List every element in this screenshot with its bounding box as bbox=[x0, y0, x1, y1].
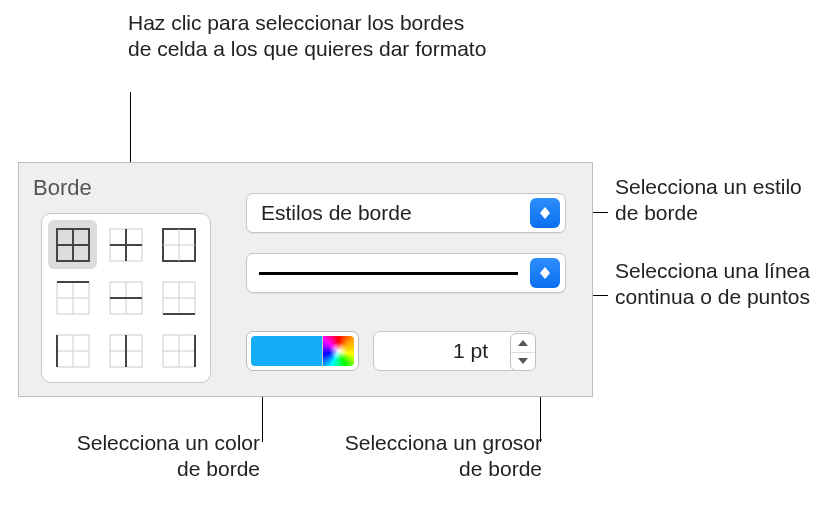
color-swatch bbox=[251, 336, 322, 366]
callout-border-style: Selecciona un estilo de borde bbox=[615, 174, 810, 227]
border-style-label: Estilos de borde bbox=[247, 201, 530, 225]
border-glyph-right[interactable] bbox=[155, 327, 204, 376]
chevron-up-down-icon bbox=[530, 258, 560, 288]
border-glyph-v-middle[interactable] bbox=[101, 327, 150, 376]
border-glyph-outside[interactable] bbox=[155, 220, 204, 269]
border-thickness-field[interactable]: 1 pt bbox=[373, 331, 533, 371]
stepper-down-icon[interactable] bbox=[511, 353, 535, 371]
color-wheel-icon[interactable] bbox=[322, 336, 354, 366]
border-glyph-inside[interactable] bbox=[101, 220, 150, 269]
stepper-up-icon[interactable] bbox=[511, 334, 535, 353]
border-glyph-h-middle[interactable] bbox=[101, 273, 150, 322]
border-color-well[interactable] bbox=[246, 331, 359, 371]
thickness-value: 1 pt bbox=[374, 339, 532, 363]
chevron-up-down-icon bbox=[530, 198, 560, 228]
border-glyph-top[interactable] bbox=[48, 273, 97, 322]
border-panel: Borde bbox=[18, 162, 593, 397]
panel-title: Borde bbox=[33, 175, 92, 201]
callout-select-borders: Haz clic para seleccionar los bordes de … bbox=[128, 10, 488, 63]
thickness-stepper[interactable] bbox=[510, 333, 536, 371]
line-preview bbox=[259, 272, 518, 275]
border-glyph-left[interactable] bbox=[48, 327, 97, 376]
callout-line-type: Selecciona una línea continua o de punto… bbox=[615, 258, 815, 311]
border-glyph-all[interactable] bbox=[48, 220, 97, 269]
callout-border-color: Selecciona un color de borde bbox=[60, 430, 260, 483]
border-glyph-bottom[interactable] bbox=[155, 273, 204, 322]
border-style-popup[interactable]: Estilos de borde bbox=[246, 193, 566, 233]
line-type-popup[interactable] bbox=[246, 253, 566, 293]
callout-border-thickness: Selecciona un grosor de borde bbox=[342, 430, 542, 483]
border-selection-grid bbox=[41, 213, 211, 383]
